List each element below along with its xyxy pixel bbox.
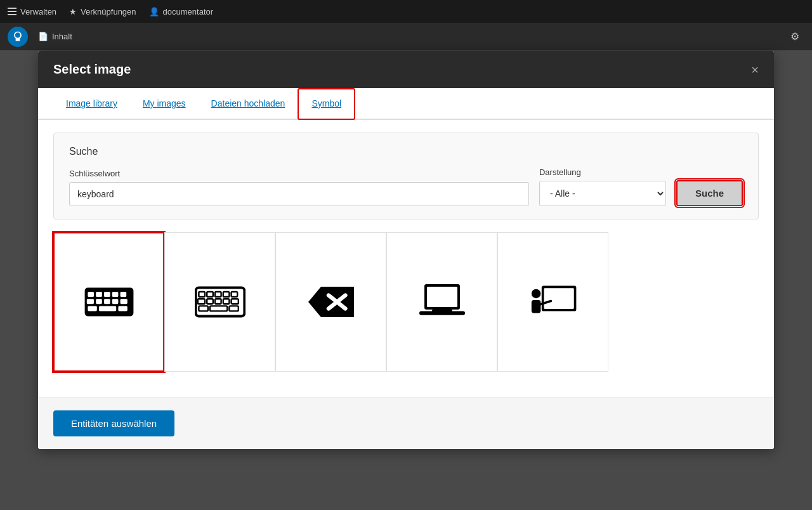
modal-header: Select image × [38, 51, 774, 88]
svg-rect-11 [88, 306, 96, 311]
entitaeten-button[interactable]: Entitäten auswählen [53, 410, 174, 436]
nav-verknuepfungen-label: Verknüpfungen [81, 7, 136, 16]
svg-rect-36 [544, 288, 573, 309]
svg-rect-25 [199, 306, 207, 311]
nav-verwalten-label: Verwalten [20, 7, 56, 16]
svg-point-37 [531, 289, 540, 299]
tab-my-images[interactable]: My images [130, 88, 199, 120]
page-icon: 📄 [38, 32, 48, 41]
second-bar-title: 📄 Inhalt [38, 32, 72, 41]
drupal-logo [8, 27, 28, 47]
second-bar-right: ⚙ [785, 28, 804, 45]
icon-card-presenter[interactable] [497, 232, 608, 372]
svg-rect-38 [531, 300, 540, 313]
svg-rect-19 [231, 292, 237, 297]
modal-close-button[interactable]: × [751, 63, 759, 76]
modal-body: Suche Schlüsselwort Darstellung - Alle -… [38, 120, 774, 397]
keyboard-outline-icon [195, 277, 246, 327]
svg-rect-12 [99, 306, 116, 311]
icon-grid [53, 232, 759, 372]
presenter-icon [528, 277, 579, 327]
keyword-label: Schlüsselwort [69, 169, 529, 178]
keyboard-full-icon [84, 277, 134, 327]
icon-card-laptop[interactable] [386, 232, 497, 372]
second-bar: 📄 Inhalt ⚙ [0, 23, 812, 51]
svg-rect-22 [215, 299, 221, 304]
nav-documentator-label: documentator [163, 7, 214, 16]
icon-card-keyboard-outline[interactable] [164, 232, 275, 372]
svg-rect-17 [215, 292, 221, 297]
star-icon: ★ [69, 7, 77, 16]
suche-button[interactable]: Suche [676, 180, 743, 206]
svg-rect-16 [207, 292, 213, 297]
svg-rect-9 [112, 299, 118, 304]
svg-marker-28 [308, 287, 354, 317]
svg-rect-6 [86, 299, 93, 304]
top-nav: Verwalten ★ Verknüpfungen 👤 documentator [0, 0, 812, 23]
darstellung-field: Darstellung - Alle - Flat Outline [539, 167, 666, 206]
svg-rect-7 [96, 299, 102, 304]
svg-rect-15 [199, 292, 205, 297]
darstellung-label: Darstellung [539, 167, 666, 177]
hamburger-icon [8, 8, 16, 15]
tab-image-library[interactable]: Image library [53, 88, 130, 120]
svg-rect-13 [118, 306, 127, 311]
search-row: Schlüsselwort Darstellung - Alle - Flat … [69, 167, 743, 206]
icon-card-keyboard-full[interactable] [53, 232, 164, 372]
svg-rect-26 [210, 306, 227, 311]
backspace-icon [306, 277, 357, 327]
keyword-field: Schlüsselwort [69, 169, 529, 206]
modal-title: Select image [53, 62, 131, 77]
svg-rect-8 [104, 299, 110, 304]
svg-rect-1 [88, 292, 94, 297]
darstellung-select[interactable]: - Alle - Flat Outline [539, 181, 666, 206]
modal-tabs: Image library My images Dateien hochlade… [38, 88, 774, 120]
svg-rect-21 [207, 299, 213, 304]
svg-rect-23 [223, 299, 229, 304]
modal-footer: Entitäten auswählen [38, 397, 774, 449]
svg-rect-3 [104, 292, 110, 297]
nav-documentator[interactable]: 👤 documentator [149, 7, 214, 16]
modal-overlay: Select image × Image library My images D… [0, 51, 812, 510]
keyword-input[interactable] [69, 182, 529, 206]
nav-verwalten[interactable]: Verwalten [8, 7, 56, 16]
user-icon: 👤 [149, 7, 159, 16]
search-section: Suche Schlüsselwort Darstellung - Alle -… [53, 133, 759, 219]
settings-icon[interactable]: ⚙ [785, 28, 804, 45]
search-section-title: Suche [69, 146, 743, 157]
svg-rect-10 [120, 299, 127, 304]
select-image-modal: Select image × Image library My images D… [38, 51, 774, 449]
svg-rect-32 [427, 287, 457, 307]
tab-dateien-hochladen[interactable]: Dateien hochladen [199, 88, 298, 120]
nav-verknuepfungen[interactable]: ★ Verknüpfungen [69, 7, 136, 16]
drupal-logo-icon [11, 30, 24, 43]
tab-symbol[interactable]: Symbol [298, 88, 355, 120]
svg-rect-24 [231, 299, 238, 304]
svg-rect-2 [96, 292, 102, 297]
svg-rect-34 [432, 310, 452, 312]
laptop-icon [417, 277, 468, 327]
svg-rect-27 [229, 306, 238, 311]
svg-rect-18 [223, 292, 229, 297]
icon-card-backspace[interactable] [275, 232, 386, 372]
svg-rect-20 [197, 299, 204, 304]
svg-rect-4 [112, 292, 118, 297]
svg-rect-5 [120, 292, 126, 297]
